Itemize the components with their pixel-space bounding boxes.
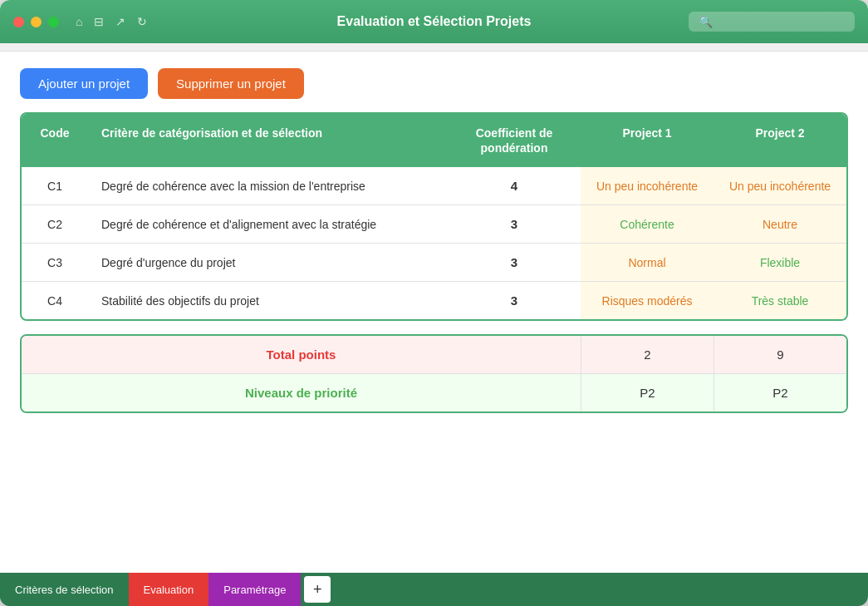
- table-row: C1 Degré de cohérence avec la mission de…: [22, 167, 846, 205]
- share-icon[interactable]: ↗: [115, 15, 125, 28]
- total-points-p1: 2: [581, 336, 714, 373]
- window: ⌂ ⊟ ↗ ↻ Evaluation et Sélection Projets …: [0, 0, 868, 606]
- summary-table: Total points 2 9 Niveaux de priorité P2 …: [20, 334, 848, 413]
- table-row: C4 Stabilité des objectifs du projet 3 R…: [22, 282, 846, 319]
- header-coefficient: Coefficient de pondération: [448, 114, 581, 167]
- total-points-p2: 9: [714, 336, 846, 373]
- refresh-icon[interactable]: ↻: [137, 15, 147, 28]
- tab-bar: Critères de sélection Evaluation Paramét…: [0, 573, 868, 606]
- cell-coefficient: 3: [448, 282, 581, 319]
- tab-criteria-label: Critères de sélection: [15, 584, 114, 596]
- titlebar: ⌂ ⊟ ↗ ↻ Evaluation et Sélection Projets: [0, 0, 868, 43]
- tab-evaluation-label: Evaluation: [144, 584, 194, 596]
- cell-project2: Flexible: [714, 244, 846, 281]
- cell-criterion: Degré de cohérence et d'alignement avec …: [88, 205, 448, 243]
- add-project-button[interactable]: Ajouter un projet: [20, 68, 148, 99]
- header-project1: Project 1: [581, 114, 714, 167]
- cell-project2: Un peu incohérente: [714, 167, 846, 204]
- cell-project1: Un peu incohérente: [581, 167, 714, 204]
- add-tab-button[interactable]: +: [304, 576, 331, 603]
- search-input[interactable]: [689, 12, 855, 32]
- cell-project2: Très stable: [714, 282, 846, 319]
- cell-code: C3: [22, 244, 88, 281]
- table-header: Code Critère de catégorisation et de sél…: [22, 114, 846, 167]
- tab-parametrage-label: Paramétrage: [223, 584, 286, 596]
- table-row: C2 Degré de cohérence et d'alignement av…: [22, 205, 846, 244]
- cell-criterion: Degré de cohérence avec la mission de l'…: [88, 167, 448, 204]
- header-criterion: Critère de catégorisation et de sélectio…: [88, 114, 448, 167]
- minimize-button[interactable]: [31, 17, 42, 27]
- priority-p1: P2: [581, 374, 714, 411]
- criteria-table: Code Critère de catégorisation et de sél…: [20, 112, 848, 321]
- cell-coefficient: 3: [448, 205, 581, 243]
- bookmark-icon[interactable]: ⊟: [94, 15, 104, 28]
- traffic-lights: [13, 17, 59, 27]
- table-row: C3 Degré d'urgence du projet 3 Normal Fl…: [22, 244, 846, 282]
- toolbar-strip: [0, 43, 868, 52]
- cell-criterion: Degré d'urgence du projet: [88, 244, 448, 281]
- header-code: Code: [22, 114, 88, 167]
- cell-code: C1: [22, 167, 88, 204]
- cell-project2: Neutre: [714, 205, 846, 243]
- cell-coefficient: 4: [448, 167, 581, 204]
- cell-project1: Normal: [581, 244, 714, 281]
- titlebar-nav-icons: ⌂ ⊟ ↗ ↻: [76, 15, 147, 28]
- close-button[interactable]: [13, 17, 24, 27]
- priority-row: Niveaux de priorité P2 P2: [22, 374, 846, 411]
- cell-code: C4: [22, 282, 88, 319]
- total-points-row: Total points 2 9: [22, 336, 846, 374]
- main-content: Ajouter un projet Supprimer un projet Co…: [0, 52, 868, 573]
- home-icon[interactable]: ⌂: [76, 15, 82, 28]
- cell-coefficient: 3: [448, 244, 581, 281]
- window-title: Evaluation et Sélection Projets: [337, 14, 532, 29]
- header-project2: Project 2: [714, 114, 846, 167]
- priority-label: Niveaux de priorité: [22, 374, 581, 411]
- action-buttons: Ajouter un projet Supprimer un projet: [20, 68, 848, 99]
- total-points-label: Total points: [22, 336, 581, 373]
- priority-p2: P2: [714, 374, 846, 411]
- tab-parametrage[interactable]: Paramétrage: [208, 573, 301, 606]
- cell-project1: Risques modérés: [581, 282, 714, 319]
- tab-criteria[interactable]: Critères de sélection: [0, 573, 129, 606]
- cell-code: C2: [22, 205, 88, 243]
- tab-evaluation[interactable]: Evaluation: [129, 573, 209, 606]
- delete-project-button[interactable]: Supprimer un projet: [158, 68, 304, 99]
- maximize-button[interactable]: [48, 17, 59, 27]
- cell-project1: Cohérente: [581, 205, 714, 243]
- cell-criterion: Stabilité des objectifs du projet: [88, 282, 448, 319]
